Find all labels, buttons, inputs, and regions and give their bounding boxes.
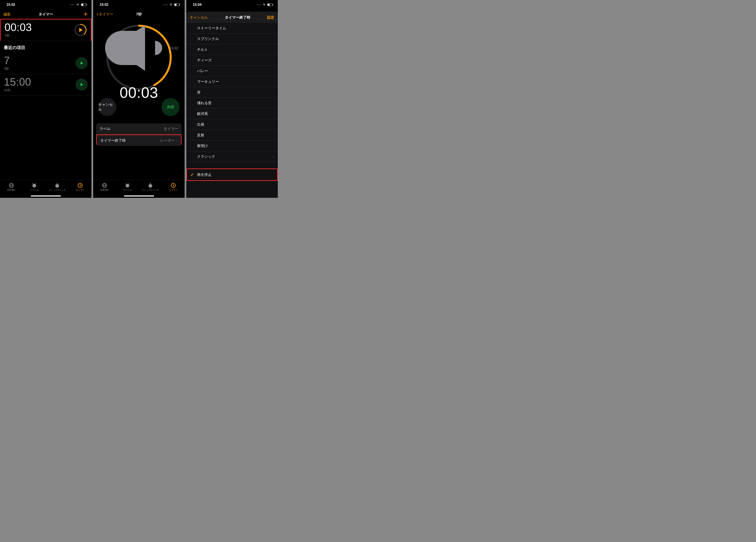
end-time-row: 15:02 (99, 19, 178, 83)
content: 15:02 00:03 キャンセル 再開 ラベル タイマー タイマー終了時 (93, 19, 185, 180)
status-bar: 15:02 •••• (93, 0, 185, 9)
start-recent-button[interactable] (76, 57, 88, 69)
tab-label: タイマー (76, 189, 84, 192)
clock-time: 15:04 (193, 3, 202, 7)
battery-icon (174, 3, 179, 6)
sound-item[interactable]: マーキュリー (186, 76, 278, 87)
recent-label: 7秒 (4, 67, 10, 71)
svg-marker-5 (81, 62, 83, 65)
tab-world-clock[interactable]: 世界時計 (0, 180, 23, 194)
sound-item[interactable]: 出発 (186, 119, 278, 130)
tab-bar: 世界時計 アラーム ストップウォッチ タイマー (93, 180, 185, 198)
chevron-left-icon: ‹ (97, 12, 98, 17)
modal-header: キャンセル タイマー終了時 設定 (186, 12, 278, 23)
sound-modal: キャンセル タイマー終了時 設定 ストーリータイム スプリンクル チルト ティー… (186, 12, 278, 198)
sound-item[interactable]: ティーズ (186, 55, 278, 66)
tab-alarm[interactable]: アラーム (116, 180, 139, 194)
stop-playback-label: 再生停止 (197, 172, 212, 177)
sound-value: レーダー (160, 138, 175, 143)
start-recent-button[interactable] (76, 79, 88, 91)
sound-item[interactable]: バレー (186, 66, 278, 76)
timer-settings-list: ラベル タイマー タイマー終了時 レーダー › (96, 123, 182, 146)
tab-timer[interactable]: タイマー (69, 180, 91, 194)
checkmark-icon: ✓ (190, 172, 194, 177)
sound-item[interactable]: ストーリータイム (186, 23, 278, 34)
page-title: タイマー (39, 12, 53, 17)
content: 00:03 7秒 最近の項目 7 7秒 15:00 (0, 19, 91, 180)
back-label: タイマー (99, 12, 113, 17)
svg-rect-14 (57, 183, 58, 184)
edit-button[interactable]: 編集 (3, 12, 21, 17)
end-time: 15:02 (169, 46, 178, 51)
chevron-right-icon: › (176, 138, 178, 143)
tab-alarm[interactable]: アラーム (23, 180, 46, 194)
sound-item[interactable]: 夜明け (186, 141, 278, 151)
cell-dots-icon: •••• (163, 4, 168, 6)
cancel-button[interactable]: キャンセル (98, 98, 116, 116)
wifi-icon (76, 3, 80, 7)
sound-item[interactable]: 反射 (186, 130, 278, 141)
svg-line-23 (129, 183, 129, 184)
tab-stopwatch[interactable]: ストップウォッチ (139, 180, 162, 194)
clock-time: 15:02 (6, 3, 15, 7)
recents-header: 最近の項目 (0, 41, 91, 53)
modal-done-button[interactable]: 設定 (267, 15, 274, 20)
modal-title: タイマー終了時 (225, 15, 250, 20)
tab-label: アラーム (30, 189, 39, 192)
back-button[interactable]: ‹ タイマー (97, 12, 114, 17)
end-sound-row[interactable]: タイマー終了時 レーダー › (96, 135, 182, 146)
tab-timer[interactable]: タイマー (162, 180, 185, 194)
wifi-icon (262, 3, 266, 7)
timer-circle: 15:02 00:03 (93, 19, 185, 92)
sound-classic-item[interactable]: クラシック › (186, 151, 278, 162)
tab-world-clock[interactable]: 世界時計 (93, 180, 116, 194)
screen-sound-picker: 15:04 •••• キャンセル タイマー終了時 設定 ストーリータイム スプリ… (186, 0, 278, 198)
sound-item[interactable]: チルト (186, 44, 278, 55)
stop-playback-section: ✓ 再生停止 (186, 169, 278, 181)
active-timer-time: 00:03 (4, 22, 32, 33)
tab-stopwatch[interactable]: ストップウォッチ (46, 180, 69, 194)
home-indicator[interactable] (124, 196, 154, 197)
modal-cancel-button[interactable]: キャンセル (190, 15, 208, 20)
recent-time: 7 (4, 55, 10, 66)
status-icons: •••• (70, 3, 86, 7)
home-indicator[interactable] (31, 196, 61, 197)
recent-label: 15分 (4, 88, 31, 92)
svg-point-13 (55, 184, 59, 188)
sound-item[interactable]: スプリンクル (186, 34, 278, 44)
nav-header: ‹ タイマー 7秒 (93, 9, 185, 19)
active-timer-label: 7秒 (4, 34, 32, 38)
bell-icon (99, 19, 168, 83)
page-title: 7秒 (136, 12, 142, 17)
recent-time: 15:00 (4, 77, 31, 87)
recent-timer-row[interactable]: 15:00 15分 (0, 74, 91, 96)
svg-point-10 (32, 184, 36, 187)
svg-line-11 (32, 183, 33, 184)
tab-label: 世界時計 (7, 189, 16, 192)
sound-list[interactable]: ストーリータイム スプリンクル チルト ティーズ バレー マーキュリー 芽 壊れ… (186, 23, 278, 198)
active-timer-info: 00:03 7秒 (4, 22, 32, 38)
recent-timer-row[interactable]: 7 7秒 (0, 53, 91, 74)
stop-playback-row[interactable]: ✓ 再生停止 (187, 169, 277, 180)
svg-line-12 (36, 183, 36, 184)
label-row[interactable]: ラベル タイマー (96, 123, 182, 135)
sound-item[interactable]: 壊れる音 (186, 98, 278, 109)
cell-dots-icon: •••• (256, 4, 261, 6)
nav-header: 編集 タイマー (0, 9, 91, 19)
sound-item[interactable]: 芽 (186, 87, 278, 98)
chevron-right-icon: › (272, 154, 274, 159)
wifi-icon (169, 3, 173, 7)
status-bar: 15:02 •••• (0, 0, 91, 9)
svg-marker-6 (81, 83, 83, 86)
resume-button[interactable]: 再開 (161, 98, 179, 116)
battery-icon (267, 3, 273, 6)
clock-time: 15:02 (100, 3, 108, 7)
label-value: タイマー (164, 126, 178, 131)
sound-item[interactable]: 銀河系 (186, 109, 278, 119)
tab-bar: 世界時計 アラーム ストップウォッチ タイマー (0, 180, 91, 198)
add-timer-button[interactable] (71, 12, 88, 16)
resume-arc-button[interactable] (74, 24, 87, 36)
active-timer-row[interactable]: 00:03 7秒 (0, 19, 91, 41)
battery-icon (81, 3, 86, 6)
screen-timer-detail: 15:02 •••• ‹ タイマー 7秒 (93, 0, 185, 198)
